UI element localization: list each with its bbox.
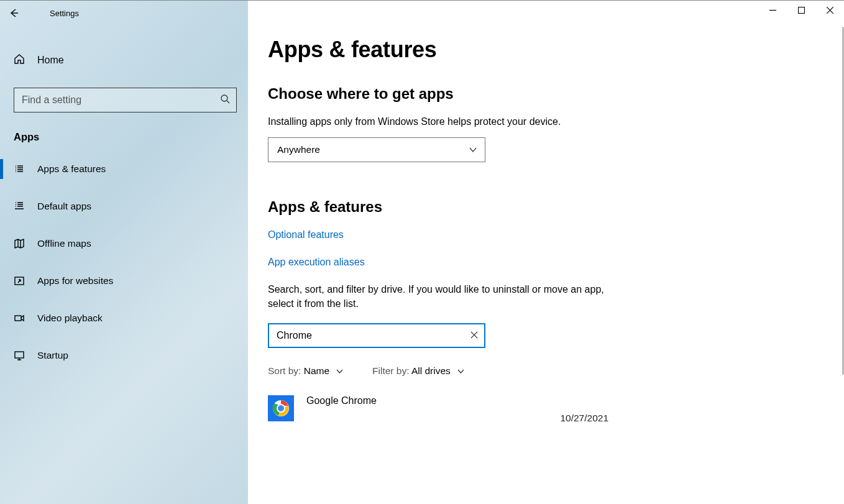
- sidebar-home-label: Home: [37, 55, 64, 66]
- app-name: Google Chrome: [306, 395, 377, 406]
- home-icon: [14, 53, 25, 67]
- sidebar-item-label: Offline maps: [37, 238, 91, 249]
- sort-prefix: Sort by:: [268, 365, 304, 376]
- sort-by-control[interactable]: Sort by: Name: [268, 365, 344, 377]
- choose-header: Choose where to get apps: [268, 85, 844, 103]
- sort-filter-row: Sort by: Name Filter by: All drives: [268, 365, 844, 377]
- maximize-button[interactable]: [787, 1, 815, 19]
- close-icon: [470, 331, 478, 339]
- window-title: Settings: [50, 9, 79, 18]
- window-caption-buttons: [758, 1, 844, 19]
- search-icon: [220, 94, 230, 106]
- sidebar-item-label: Default apps: [37, 201, 91, 212]
- app-execution-aliases-link[interactable]: App execution aliases: [268, 257, 844, 268]
- main-panel: Apps & features Choose where to get apps…: [248, 1, 844, 504]
- settings-window: Settings Home Apps Apps & features Defau…: [0, 0, 844, 504]
- sidebar-search[interactable]: [14, 88, 237, 112]
- sidebar-section-header: Apps: [0, 112, 248, 150]
- filter-prefix: Filter by:: [372, 365, 411, 376]
- sidebar-item-offline-maps[interactable]: Offline maps: [0, 225, 248, 262]
- filter-by-control[interactable]: Filter by: All drives: [372, 365, 465, 377]
- optional-features-link[interactable]: Optional features: [268, 229, 844, 241]
- app-search-box[interactable]: [268, 323, 485, 348]
- sidebar-item-apps-features[interactable]: Apps & features: [0, 150, 248, 188]
- scrollbar[interactable]: [839, 27, 844, 504]
- sidebar-home[interactable]: Home: [0, 42, 248, 79]
- app-list-item[interactable]: Google Chrome 10/27/2021: [268, 395, 608, 421]
- sidebar-item-label: Apps & features: [37, 163, 106, 175]
- chevron-down-icon: [336, 367, 344, 375]
- minimize-button[interactable]: [758, 1, 787, 19]
- svg-rect-2: [15, 316, 21, 321]
- defaults-icon: [14, 201, 25, 212]
- titlebar-left: Settings: [0, 1, 248, 25]
- app-install-date: 10/27/2021: [560, 413, 608, 424]
- clear-search-button[interactable]: [470, 330, 478, 341]
- content-area: Apps & features Choose where to get apps…: [248, 1, 844, 504]
- list-icon: [14, 163, 25, 175]
- filter-value: All drives: [411, 365, 451, 376]
- chrome-icon: [268, 395, 294, 421]
- apps-features-header: Apps & features: [268, 198, 844, 216]
- sort-value: Name: [304, 365, 329, 376]
- svg-point-0: [221, 95, 227, 101]
- sidebar-search-input[interactable]: [22, 94, 220, 106]
- svg-rect-4: [798, 7, 804, 13]
- back-button[interactable]: [0, 1, 27, 25]
- sidebar-item-label: Startup: [37, 350, 68, 361]
- video-icon: [14, 313, 25, 324]
- sidebar-item-default-apps[interactable]: Default apps: [0, 188, 248, 225]
- sidebar: Settings Home Apps Apps & features Defau…: [0, 1, 248, 504]
- install-source-dropdown[interactable]: Anywhere: [268, 137, 485, 162]
- sidebar-item-apps-for-websites[interactable]: Apps for websites: [0, 262, 248, 300]
- startup-icon: [14, 350, 25, 361]
- choose-description: Installing apps only from Windows Store …: [268, 115, 616, 129]
- sidebar-item-video-playback[interactable]: Video playback: [0, 300, 248, 337]
- open-icon: [14, 275, 25, 286]
- map-icon: [14, 238, 25, 249]
- dropdown-value: Anywhere: [277, 144, 320, 155]
- page-title: Apps & features: [268, 37, 844, 63]
- sidebar-item-label: Apps for websites: [37, 275, 113, 286]
- chevron-down-icon: [457, 367, 465, 375]
- app-search-input[interactable]: [277, 330, 470, 341]
- sidebar-item-label: Video playback: [37, 313, 103, 324]
- search-description: Search, sort, and filter by drive. If yo…: [268, 283, 616, 311]
- svg-rect-3: [15, 352, 24, 358]
- close-button[interactable]: [815, 1, 844, 19]
- chevron-down-icon: [469, 145, 477, 154]
- arrow-left-icon: [9, 8, 19, 18]
- sidebar-item-startup[interactable]: Startup: [0, 337, 248, 374]
